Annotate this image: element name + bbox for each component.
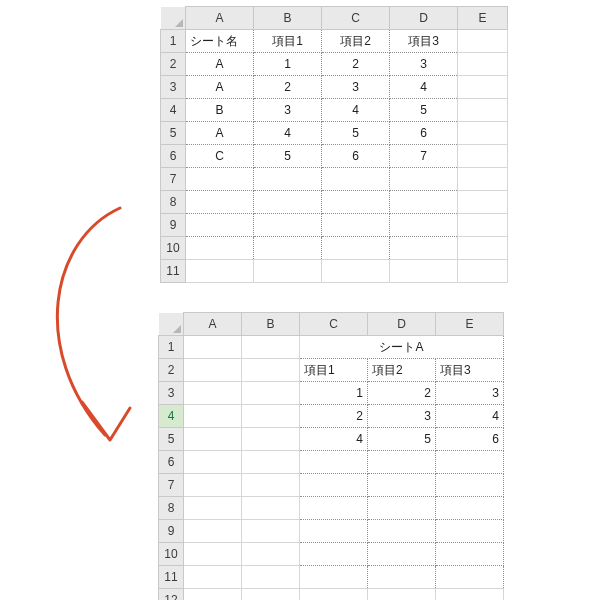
col-header-E[interactable]: E bbox=[458, 7, 508, 30]
cell[interactable] bbox=[242, 451, 300, 474]
cell[interactable] bbox=[300, 497, 368, 520]
cell[interactable] bbox=[242, 520, 300, 543]
row-header[interactable]: 1 bbox=[161, 30, 186, 53]
cell[interactable] bbox=[184, 474, 242, 497]
row-header[interactable]: 2 bbox=[161, 53, 186, 76]
cell[interactable]: 3 bbox=[368, 405, 436, 428]
row-header[interactable]: 12 bbox=[159, 589, 184, 601]
row-header[interactable]: 4 bbox=[161, 99, 186, 122]
row-header[interactable]: 6 bbox=[161, 145, 186, 168]
cell[interactable] bbox=[300, 474, 368, 497]
cell[interactable]: 3 bbox=[390, 53, 458, 76]
cell[interactable] bbox=[186, 191, 254, 214]
cell[interactable] bbox=[390, 237, 458, 260]
cell[interactable] bbox=[322, 214, 390, 237]
cell[interactable] bbox=[300, 451, 368, 474]
row-header[interactable]: 3 bbox=[161, 76, 186, 99]
cell[interactable]: 5 bbox=[322, 122, 390, 145]
cell[interactable]: 5 bbox=[390, 99, 458, 122]
cell[interactable] bbox=[390, 191, 458, 214]
cell[interactable] bbox=[368, 497, 436, 520]
cell[interactable] bbox=[184, 336, 242, 359]
row-header[interactable]: 3 bbox=[159, 382, 184, 405]
cell[interactable]: 5 bbox=[254, 145, 322, 168]
cell[interactable] bbox=[184, 359, 242, 382]
cell[interactable]: 項目1 bbox=[300, 359, 368, 382]
cell[interactable]: 5 bbox=[368, 428, 436, 451]
cell[interactable] bbox=[242, 336, 300, 359]
col-header-C2[interactable]: C bbox=[300, 313, 368, 336]
cell[interactable] bbox=[322, 191, 390, 214]
cell[interactable]: 4 bbox=[322, 99, 390, 122]
cell[interactable]: A bbox=[186, 53, 254, 76]
cell[interactable] bbox=[368, 451, 436, 474]
cell[interactable]: 項目3 bbox=[436, 359, 504, 382]
cell[interactable] bbox=[184, 405, 242, 428]
row-header[interactable]: 1 bbox=[159, 336, 184, 359]
cell[interactable]: 6 bbox=[390, 122, 458, 145]
row-header[interactable]: 11 bbox=[161, 260, 186, 283]
cell[interactable] bbox=[184, 589, 242, 601]
cell[interactable] bbox=[390, 260, 458, 283]
cell[interactable] bbox=[368, 589, 436, 601]
cell[interactable] bbox=[186, 237, 254, 260]
cell[interactable] bbox=[184, 566, 242, 589]
row-header[interactable]: 7 bbox=[159, 474, 184, 497]
row-header[interactable]: 4 bbox=[159, 405, 184, 428]
cell[interactable] bbox=[242, 497, 300, 520]
cell[interactable]: B bbox=[186, 99, 254, 122]
cell[interactable]: 6 bbox=[436, 428, 504, 451]
col-header-B2[interactable]: B bbox=[242, 313, 300, 336]
row-header[interactable]: 11 bbox=[159, 566, 184, 589]
cell[interactable] bbox=[458, 168, 508, 191]
cell[interactable] bbox=[242, 382, 300, 405]
cell[interactable] bbox=[186, 168, 254, 191]
cell[interactable]: 2 bbox=[322, 53, 390, 76]
cell[interactable] bbox=[368, 543, 436, 566]
cell[interactable] bbox=[322, 237, 390, 260]
cell[interactable]: 4 bbox=[390, 76, 458, 99]
cell[interactable] bbox=[436, 589, 504, 601]
cell[interactable]: 1 bbox=[254, 53, 322, 76]
cell[interactable] bbox=[254, 214, 322, 237]
row-header[interactable]: 5 bbox=[161, 122, 186, 145]
cell[interactable] bbox=[458, 191, 508, 214]
col-header-C[interactable]: C bbox=[322, 7, 390, 30]
cell[interactable] bbox=[458, 76, 508, 99]
cell[interactable]: A bbox=[186, 122, 254, 145]
row-header[interactable]: 2 bbox=[159, 359, 184, 382]
cell[interactable]: 4 bbox=[254, 122, 322, 145]
row-header[interactable]: 10 bbox=[159, 543, 184, 566]
cell[interactable] bbox=[184, 382, 242, 405]
cell[interactable] bbox=[458, 214, 508, 237]
col-header-D[interactable]: D bbox=[390, 7, 458, 30]
cell[interactable] bbox=[436, 543, 504, 566]
cell[interactable] bbox=[458, 53, 508, 76]
cell[interactable] bbox=[254, 237, 322, 260]
cell[interactable] bbox=[436, 497, 504, 520]
row-header[interactable]: 5 bbox=[159, 428, 184, 451]
cell[interactable] bbox=[300, 543, 368, 566]
cell[interactable] bbox=[242, 474, 300, 497]
col-header-B[interactable]: B bbox=[254, 7, 322, 30]
cell[interactable]: 2 bbox=[254, 76, 322, 99]
select-all-top[interactable] bbox=[161, 7, 186, 30]
cell[interactable] bbox=[254, 191, 322, 214]
cell[interactable]: 1 bbox=[300, 382, 368, 405]
cell[interactable]: 項目1 bbox=[254, 30, 322, 53]
cell[interactable]: 3 bbox=[436, 382, 504, 405]
select-all-bottom[interactable] bbox=[159, 313, 184, 336]
cell[interactable]: 4 bbox=[436, 405, 504, 428]
cell[interactable] bbox=[300, 566, 368, 589]
row-header[interactable]: 8 bbox=[161, 191, 186, 214]
cell[interactable] bbox=[368, 520, 436, 543]
cell[interactable]: 7 bbox=[390, 145, 458, 168]
cell[interactable]: 項目3 bbox=[390, 30, 458, 53]
row-header[interactable]: 9 bbox=[161, 214, 186, 237]
cell[interactable] bbox=[436, 451, 504, 474]
cell[interactable] bbox=[242, 428, 300, 451]
cell[interactable] bbox=[368, 566, 436, 589]
cell[interactable] bbox=[436, 474, 504, 497]
cell[interactable] bbox=[184, 543, 242, 566]
row-header[interactable]: 9 bbox=[159, 520, 184, 543]
